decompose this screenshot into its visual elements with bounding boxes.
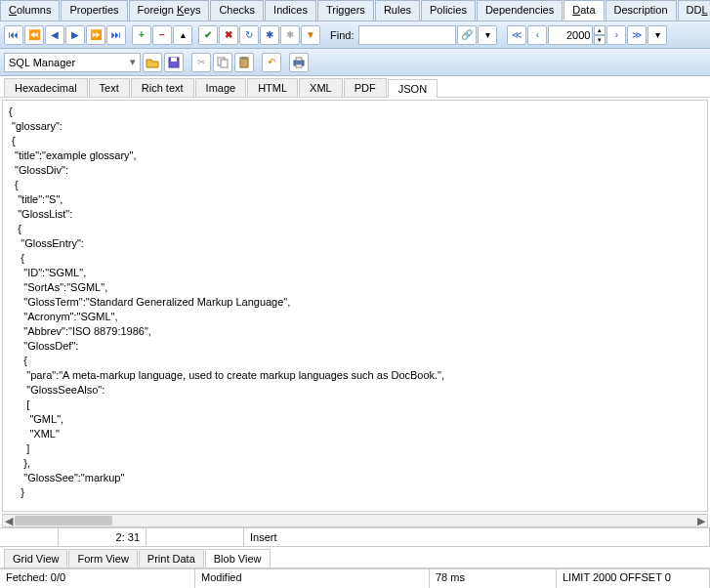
- tab-checks[interactable]: Checks: [210, 0, 264, 21]
- status-time: 78 ms: [430, 568, 557, 588]
- tab-foreign-keys[interactable]: Foreign Keys: [129, 0, 210, 21]
- cursor-position: 2: 31: [59, 528, 146, 546]
- find-options-button[interactable]: 🔗: [457, 25, 477, 45]
- next-page-button[interactable]: ⏩: [86, 25, 105, 45]
- last-record-button[interactable]: ⏭: [106, 25, 126, 45]
- paste-button[interactable]: [234, 53, 254, 72]
- page-next-button[interactable]: ›: [606, 25, 626, 45]
- content-format-tabs: Hexadecimal Text Rich text Image HTML XM…: [0, 76, 710, 98]
- tab-description[interactable]: Description: [606, 0, 677, 21]
- format-tab-image[interactable]: Image: [195, 78, 247, 97]
- svg-rect-5: [242, 57, 246, 60]
- edit-record-button[interactable]: ▴: [173, 25, 192, 45]
- horizontal-scrollbar[interactable]: ◀ ▶: [2, 514, 708, 527]
- tab-rules[interactable]: Rules: [375, 0, 420, 21]
- next-record-button[interactable]: ▶: [65, 25, 85, 45]
- scroll-left-icon[interactable]: ◀: [3, 515, 15, 526]
- nav-toolbar: ⏮ ⏪ ◀ ▶ ⏩ ⏭ + − ▴ ✔ ✖ ↻ ✱ ✱ ▼ Find: 🔗 ▾ …: [0, 21, 710, 49]
- editor-dropdown[interactable]: SQL Manager▾: [4, 53, 141, 72]
- open-file-button[interactable]: [143, 53, 162, 72]
- filter-button[interactable]: ▼: [301, 25, 320, 45]
- svg-rect-1: [171, 58, 177, 62]
- status-modified: Modified: [195, 568, 430, 588]
- format-tab-richtext[interactable]: Rich text: [131, 78, 194, 97]
- tab-dependencies[interactable]: Dependencies: [477, 0, 563, 21]
- format-tab-hexadecimal[interactable]: Hexadecimal: [4, 78, 88, 97]
- format-tab-html[interactable]: HTML: [247, 78, 298, 97]
- svg-rect-8: [296, 64, 302, 67]
- svg-rect-3: [221, 60, 228, 67]
- scrollbar-thumb[interactable]: [15, 516, 112, 525]
- save-file-button[interactable]: [164, 53, 184, 72]
- cancel-button[interactable]: ✖: [219, 25, 238, 45]
- limit-down-button[interactable]: ▾: [594, 35, 606, 45]
- cut-button[interactable]: ✂: [191, 53, 211, 72]
- tab-indices[interactable]: Indices: [265, 0, 316, 21]
- tab-triggers[interactable]: Triggers: [317, 0, 374, 21]
- status-blank2: [146, 528, 244, 546]
- find-label: Find:: [330, 29, 354, 41]
- view-tab-grid[interactable]: Grid View: [4, 549, 67, 567]
- status-limit: LIMIT 2000 OFFSET 0: [557, 568, 710, 588]
- undo-button[interactable]: ↶: [262, 53, 281, 72]
- add-record-button[interactable]: +: [132, 25, 151, 45]
- print-button[interactable]: [289, 53, 309, 72]
- svg-rect-7: [296, 58, 302, 61]
- top-tabs: Columns Properties Foreign Keys Checks I…: [0, 0, 710, 21]
- first-record-button[interactable]: ⏮: [4, 25, 23, 45]
- format-tab-json[interactable]: JSON: [388, 79, 438, 98]
- prev-record-button[interactable]: ◀: [45, 25, 64, 45]
- view-tab-print[interactable]: Print Data: [139, 549, 204, 567]
- page-prev-button[interactable]: ‹: [527, 25, 547, 45]
- page-first-button[interactable]: ≪: [507, 25, 526, 45]
- format-tab-text[interactable]: Text: [89, 78, 130, 97]
- delete-record-button[interactable]: −: [152, 25, 172, 45]
- format-tab-pdf[interactable]: PDF: [344, 78, 387, 97]
- view-mode-tabs: Grid View Form View Print Data Blob View: [0, 547, 710, 568]
- limit-up-button[interactable]: ▴: [594, 25, 606, 35]
- edit-toolbar: SQL Manager▾ ✂ ↶: [0, 49, 710, 76]
- refresh-button[interactable]: ↻: [239, 25, 259, 45]
- format-tab-xml[interactable]: XML: [299, 78, 343, 97]
- view-tab-blob[interactable]: Blob View: [205, 549, 271, 567]
- find-options-dropdown[interactable]: ▾: [478, 25, 497, 45]
- status-bar: Fetched: 0/0 Modified 78 ms LIMIT 2000 O…: [0, 568, 710, 588]
- status-blank1: [0, 528, 59, 546]
- json-content-view[interactable]: { "glossary": { "title":"example glossar…: [2, 100, 708, 512]
- tab-properties[interactable]: Properties: [61, 0, 127, 21]
- status-fetched: Fetched: 0/0: [0, 568, 195, 588]
- edit-mode: Insert: [244, 528, 710, 546]
- tab-data[interactable]: Data: [564, 0, 604, 21]
- bookmark-button[interactable]: ✱: [260, 25, 279, 45]
- view-tab-form[interactable]: Form View: [68, 549, 137, 567]
- copy-button[interactable]: [213, 53, 232, 72]
- page-dropdown-button[interactable]: ▾: [647, 25, 667, 45]
- commit-button[interactable]: ✔: [198, 25, 218, 45]
- goto-bookmark-button[interactable]: ✱: [280, 25, 300, 45]
- tab-policies[interactable]: Policies: [421, 0, 476, 21]
- prev-page-button[interactable]: ⏪: [24, 25, 44, 45]
- tab-ddl[interactable]: DDL: [678, 0, 710, 21]
- scroll-right-icon[interactable]: ▶: [695, 515, 707, 526]
- find-input[interactable]: [358, 25, 456, 45]
- limit-input[interactable]: [548, 25, 593, 45]
- tab-columns[interactable]: Columns: [0, 0, 60, 21]
- editor-status-row: 2: 31 Insert: [0, 527, 710, 547]
- page-last-button[interactable]: ≫: [627, 25, 647, 45]
